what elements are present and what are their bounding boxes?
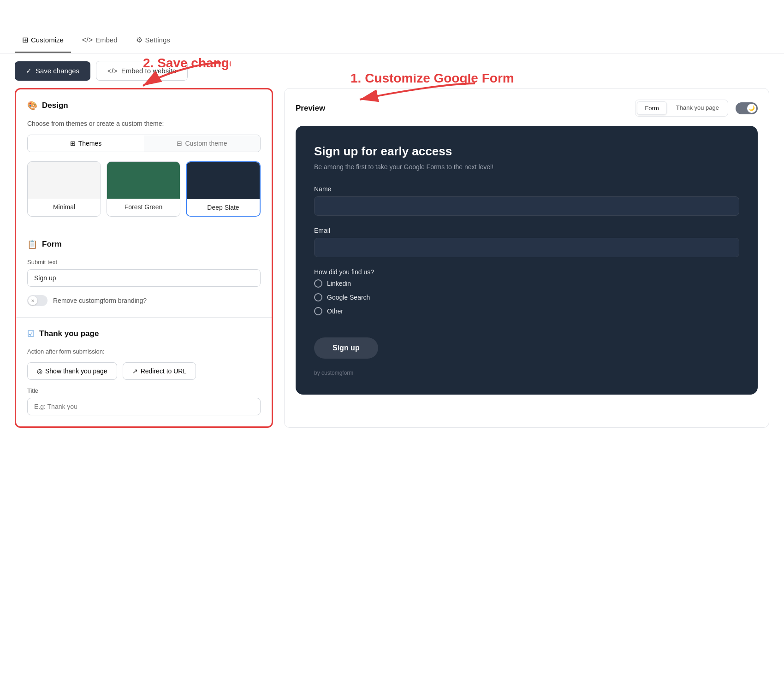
tab-embed[interactable]: </> Embed <box>75 29 125 53</box>
preview-tab-thank-you[interactable]: Thank you page <box>669 101 726 115</box>
themes-tab[interactable]: ⊞ Themes <box>28 135 144 152</box>
tab-settings[interactable]: ⚙ Settings <box>129 28 178 53</box>
toggle-handle: ✕ <box>28 296 37 305</box>
save-button[interactable]: ✓ Save changes <box>15 61 90 81</box>
thank-you-section: ☑ Thank you page Action after form submi… <box>16 318 272 426</box>
moon-icon: 🌙 <box>747 104 756 113</box>
design-section: 🎨 Design Choose from themes or create a … <box>16 89 272 228</box>
deep-slate-preview <box>187 162 260 199</box>
customize-icon: ⊞ <box>22 35 28 44</box>
form-section: 📋 Form Submit text ✕ Remove customgform … <box>16 228 272 318</box>
preview-radio-field: How did you find us? Linkedin Google Sea… <box>314 268 739 315</box>
thank-you-title-input[interactable] <box>27 398 261 415</box>
main-layout: 🎨 Design Choose from themes or create a … <box>0 88 784 443</box>
form-preview-card: Sign up for early access Be among the fi… <box>296 126 758 395</box>
preview-email-input[interactable] <box>314 238 739 257</box>
grid-icon: ⊞ <box>70 140 76 147</box>
circle-check-icon: ◎ <box>37 367 42 375</box>
redirect-url-btn[interactable]: ↗ Redirect to URL <box>123 362 196 380</box>
save-icon: ✓ <box>26 67 32 75</box>
branding-toggle[interactable]: ✕ <box>27 295 48 306</box>
thank-you-section-header: ☑ Thank you page <box>27 329 261 339</box>
radio-option-google[interactable]: Google Search <box>314 293 739 301</box>
radio-circle <box>314 279 322 288</box>
preview-tab-form[interactable]: Form <box>637 101 666 115</box>
tab-customize[interactable]: ⊞ Customize <box>15 28 71 53</box>
theme-card-deep-slate[interactable]: Deep Slate <box>186 161 261 217</box>
radio-option-linkedin[interactable]: Linkedin <box>314 279 739 288</box>
preview-header: Preview Form Thank you page 🌙 <box>296 100 758 117</box>
radio-option-other[interactable]: Other <box>314 307 739 315</box>
design-icon: 🎨 <box>27 100 37 111</box>
form-section-header: 📋 Form <box>27 239 261 249</box>
embed-button[interactable]: </> Embed to website <box>96 61 188 81</box>
show-thank-you-btn[interactable]: ◎ Show thank you page <box>27 362 117 380</box>
theme-tab-group: ⊞ Themes ⊟ Custom theme <box>27 135 261 152</box>
custom-theme-tab[interactable]: ⊟ Custom theme <box>144 135 260 152</box>
design-section-header: 🎨 Design <box>27 100 261 111</box>
form-icon: 📋 <box>27 239 37 249</box>
sliders-icon: ⊟ <box>177 140 182 147</box>
radio-circle <box>314 293 322 301</box>
external-link-icon: ↗ <box>132 367 138 375</box>
left-panel: 🎨 Design Choose from themes or create a … <box>15 88 273 428</box>
preview-email-field: Email <box>314 227 739 257</box>
branding-toggle-row: ✕ Remove customgform branding? <box>27 295 261 306</box>
right-panel: Preview Form Thank you page 🌙 <box>284 88 769 428</box>
preview-name-input[interactable] <box>314 196 739 216</box>
action-buttons: ◎ Show thank you page ↗ Redirect to URL <box>27 362 261 380</box>
radio-circle <box>314 307 322 315</box>
preview-submit-button[interactable]: Sign up <box>314 337 378 359</box>
theme-card-forest-green[interactable]: Forest Green <box>107 161 180 217</box>
radio-group: Linkedin Google Search Other <box>314 279 739 315</box>
embed-icon: </> <box>82 36 93 44</box>
dark-mode-toggle[interactable]: 🌙 <box>736 102 758 114</box>
minimal-preview <box>28 162 101 199</box>
action-bar: ✓ Save changes </> Embed to website <box>0 53 784 88</box>
theme-card-minimal[interactable]: Minimal <box>27 161 101 217</box>
preview-tab-group: Form Thank you page <box>635 100 728 117</box>
top-navigation: ⊞ Customize </> Embed ⚙ Settings <box>0 28 784 53</box>
thank-you-icon: ☑ <box>27 329 35 339</box>
settings-icon: ⚙ <box>136 35 143 44</box>
embed-code-icon: </> <box>107 67 118 75</box>
theme-cards: Minimal Forest Green Deep Slate <box>27 161 261 217</box>
preview-name-field: Name <box>314 185 739 216</box>
submit-text-input[interactable] <box>27 269 261 287</box>
forest-green-preview <box>107 162 180 199</box>
